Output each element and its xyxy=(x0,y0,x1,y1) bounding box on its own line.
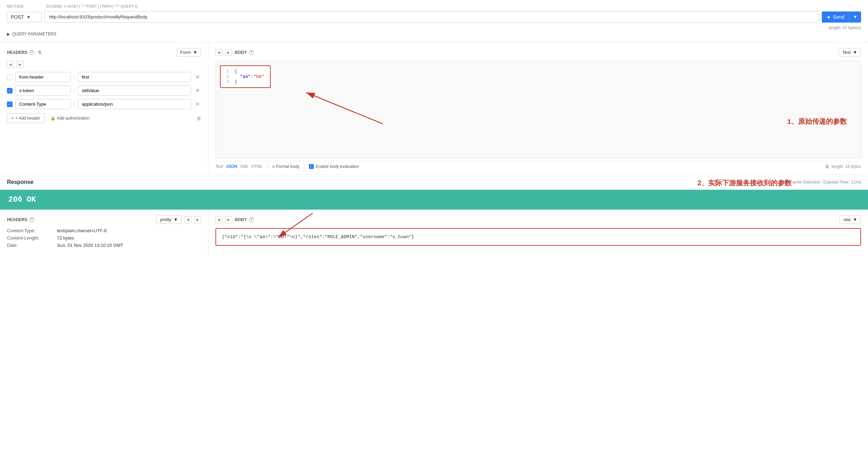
raw-arrow-icon: ▼ xyxy=(853,217,857,222)
header-row-2: : ✕ xyxy=(7,86,201,96)
header-2-key[interactable] xyxy=(15,86,71,96)
header-2-value[interactable] xyxy=(78,86,191,96)
query-params-triangle-icon: ▶ xyxy=(7,32,10,37)
send-label: Send xyxy=(833,14,844,20)
response-body-help-icon[interactable]: ? xyxy=(249,217,254,222)
response-body-panel: ◀ ▶ BODY ? raw ▼ {"old":"{\n \"aa\":\"bb… xyxy=(208,210,868,256)
header-3-key[interactable] xyxy=(15,99,71,109)
body-format-options: Text JSON XML HTML xyxy=(215,164,263,169)
response-meta: No Cache Detected - Elapsed Time: 11ms xyxy=(783,180,861,185)
headers-section-header: HEADERS ? ⇅ Form ▼ xyxy=(7,48,201,57)
annotation-arrow-1 xyxy=(216,61,861,158)
body-length-text: length: 15 bytes xyxy=(832,164,861,169)
header-sep-3-icon: : xyxy=(74,101,75,107)
format-body-button[interactable]: ≡ Format body xyxy=(272,164,299,169)
header-3-delete-icon[interactable]: ✕ xyxy=(194,101,201,107)
body-code-box: 1 { 2 "aa":"bb" 3 } xyxy=(220,65,271,88)
add-header-button[interactable]: + + Add header xyxy=(7,113,45,123)
resp-body-collapse-left-button[interactable]: ◀ xyxy=(215,216,222,223)
header-1-checkbox[interactable] xyxy=(7,74,13,80)
header-rows: : ✕ : ✕ : ✕ xyxy=(7,72,201,109)
pretty-format-dropdown[interactable]: pretty ▼ xyxy=(156,215,182,224)
response-body-section: HEADERS ? pretty ▼ ◀ ▶ Content-Type: tex… xyxy=(0,210,868,256)
headers-format-dropdown[interactable]: Form ▼ xyxy=(177,48,201,57)
response-title: Response xyxy=(7,179,33,185)
header-3-checkbox[interactable] xyxy=(7,102,13,107)
response-headers-controls: pretty ▼ ◀ ▶ xyxy=(156,215,201,224)
format-xml[interactable]: XML xyxy=(240,164,249,169)
resp-header-key-3: Date: xyxy=(7,243,56,248)
add-auth-button[interactable]: 🔒 Add authorization xyxy=(50,116,89,121)
headers-format-label: Form xyxy=(180,50,191,55)
add-header-plus-icon: + xyxy=(11,116,14,121)
header-2-delete-icon[interactable]: ✕ xyxy=(194,87,201,94)
lock-icon: 🔒 xyxy=(50,116,56,121)
body-editor[interactable]: 1 { 2 "aa":"bb" 3 } xyxy=(215,61,861,158)
send-dropdown-arrow-icon: ▼ xyxy=(853,14,858,19)
body-help-icon[interactable]: ? xyxy=(249,50,254,55)
format-json[interactable]: JSON xyxy=(226,164,237,169)
code-content-3: } xyxy=(235,79,237,84)
send-button[interactable]: ➤ Send xyxy=(822,11,849,23)
body-collapse-left-button[interactable]: ◀ xyxy=(215,49,222,56)
code-content-2: "aa":"bb" xyxy=(235,74,264,79)
body-format-arrow-icon: ▼ xyxy=(853,50,857,55)
add-header-label: + Add header xyxy=(15,116,40,121)
response-headers-help-icon[interactable]: ? xyxy=(30,217,34,222)
headers-help-icon[interactable]: ? xyxy=(30,50,34,55)
collapse-right-button[interactable]: ▶ xyxy=(17,61,24,68)
resp-header-key-1: Content-Type: xyxy=(7,228,56,233)
resp-collapse-left-button[interactable]: ◀ xyxy=(185,216,191,223)
query-params-label: QUERY PARAMETERS xyxy=(12,32,56,37)
resp-body-collapse-right-button[interactable]: ▶ xyxy=(225,216,232,223)
collapse-left-button[interactable]: ◀ xyxy=(7,61,14,68)
annotation-text-1: 1、原始传递的参数 xyxy=(787,117,847,126)
headers-format-arrow-icon: ▼ xyxy=(193,50,197,55)
status-bar: 200 OK xyxy=(0,190,868,210)
send-dropdown-button[interactable]: ▼ xyxy=(849,11,861,23)
resp-collapse-right-button[interactable]: ▶ xyxy=(194,216,201,223)
response-section: Response 2、实际下游服务接收到的参数 No Cache Detecte… xyxy=(0,175,868,256)
header-row-1: : ✕ xyxy=(7,72,201,82)
delete-all-icon[interactable]: 🗑 xyxy=(197,116,201,121)
pretty-arrow-icon: ▼ xyxy=(173,217,178,222)
format-html[interactable]: HTML xyxy=(251,164,263,169)
format-separator-2: | xyxy=(304,164,305,169)
query-params-toggle[interactable]: ▶ QUERY PARAMETERS xyxy=(7,30,861,38)
format-text[interactable]: Text xyxy=(215,164,223,169)
resp-header-key-2: Content-Length: xyxy=(7,235,56,241)
header-1-key[interactable] xyxy=(15,72,71,82)
headers-sort-icon: ⇅ xyxy=(38,50,41,55)
resp-header-val-3: Sun, 01 Nov 2020 13:10:10 GMT xyxy=(57,243,123,248)
code-line-2: 2 "aa":"bb" xyxy=(226,74,264,79)
header-3-value[interactable] xyxy=(78,99,191,109)
resp-header-val-1: text/plain;charset=UTF-8 xyxy=(57,228,107,233)
line-number-3: 3 xyxy=(226,79,229,84)
code-line-1: 1 { xyxy=(226,69,264,74)
raw-format-dropdown[interactable]: raw ▼ xyxy=(840,215,861,224)
url-scheme-hint: SCHEME :// HOST [ ":" PORT ] [ PATH [ "?… xyxy=(46,4,861,8)
method-select[interactable]: POST ▼ xyxy=(7,12,42,22)
body-section-header: ◀ ▶ BODY ? Text ▼ xyxy=(215,48,861,57)
enable-eval-toggle[interactable]: Enable body evaluation xyxy=(309,164,359,169)
method-value: POST xyxy=(11,14,24,20)
response-headers-section-header: HEADERS ? pretty ▼ ◀ ▶ xyxy=(7,215,201,224)
body-format-dropdown[interactable]: Text ▼ xyxy=(838,48,861,57)
header-1-delete-icon[interactable]: ✕ xyxy=(194,74,201,80)
headers-body-section: HEADERS ? ⇅ Form ▼ ◀ ▶ : ✕ xyxy=(0,42,868,175)
annotation-text-2: 2、实际下游服务接收到的参数 xyxy=(697,178,792,188)
response-header-row-3: Date: Sun, 01 Nov 2020 13:10:10 GMT xyxy=(7,243,201,248)
body-collapse-right-button[interactable]: ▶ xyxy=(225,49,232,56)
enable-eval-label: Enable body evaluation xyxy=(316,164,359,169)
body-length: 🗑 length: 15 bytes xyxy=(825,164,861,169)
response-headers-title: HEADERS ? xyxy=(7,217,34,222)
header-1-value[interactable] xyxy=(78,72,191,82)
response-body-text: {"old":"{\n \"aa\":\"bb\"\n}","roles":"R… xyxy=(222,234,414,240)
body-title-group: ◀ ▶ BODY ? xyxy=(215,49,254,56)
url-input[interactable] xyxy=(44,11,819,23)
method-arrow-icon: ▼ xyxy=(26,14,38,20)
body-delete-icon[interactable]: 🗑 xyxy=(825,164,829,169)
header-2-checkbox[interactable] xyxy=(7,88,13,94)
status-code: 200 OK xyxy=(8,195,36,204)
response-body-section-header: ◀ ▶ BODY ? raw ▼ xyxy=(215,215,861,224)
